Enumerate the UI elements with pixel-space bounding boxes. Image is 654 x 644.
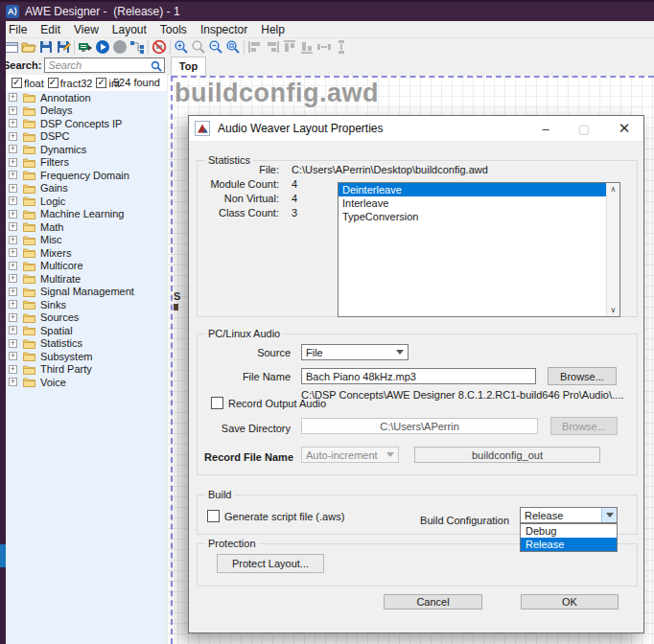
propagate-changes-icon[interactable] xyxy=(128,39,146,56)
chevron-down-icon[interactable] xyxy=(392,345,408,359)
expand-plus-icon[interactable]: + xyxy=(9,184,17,193)
run-audio-icon[interactable] xyxy=(94,39,111,56)
class-list-item[interactable]: Interleave xyxy=(339,196,619,210)
source-select[interactable]: File xyxy=(301,344,409,360)
dropdown-option[interactable]: Debug xyxy=(521,524,617,538)
zoom-100-icon[interactable] xyxy=(190,39,207,56)
tree-item[interactable]: + Delays xyxy=(6,104,167,118)
tree-item[interactable]: + Statistics xyxy=(6,337,167,351)
expand-plus-icon[interactable]: + xyxy=(9,352,17,360)
scroll-down-icon[interactable]: ∨ xyxy=(607,306,619,314)
tree-item[interactable]: + Sources xyxy=(6,311,167,325)
tree-item[interactable]: + Spatial xyxy=(6,324,167,337)
dropdown-option[interactable]: Release xyxy=(521,538,617,551)
menu-item[interactable]: File xyxy=(2,23,34,36)
tree-item[interactable]: + DSP Concepts IP xyxy=(6,117,167,130)
disconnect-icon[interactable] xyxy=(151,39,168,56)
expand-plus-icon[interactable]: + xyxy=(9,248,17,257)
scroll-up-icon[interactable]: ∧ xyxy=(607,185,619,194)
tree-item[interactable]: + Machine Learning xyxy=(6,208,167,221)
expand-plus-icon[interactable]: + xyxy=(9,274,17,283)
search-input-wrap xyxy=(44,58,165,73)
expand-plus-icon[interactable]: + xyxy=(9,171,17,179)
file-name-input[interactable]: Bach Piano 48kHz.mp3 xyxy=(301,368,536,384)
expand-plus-icon[interactable]: + xyxy=(9,300,17,309)
search-icon[interactable] xyxy=(151,60,162,72)
open-file-icon[interactable] xyxy=(20,39,37,56)
ok-button[interactable]: OK xyxy=(521,594,619,610)
tree-item[interactable]: + Sinks xyxy=(6,298,167,311)
record-audio-icon[interactable] xyxy=(111,39,128,56)
expand-plus-icon[interactable]: + xyxy=(9,326,17,334)
tab-top[interactable]: Top xyxy=(171,57,206,75)
tree-item[interactable]: + Subsystem xyxy=(6,350,167,363)
filter-checkbox[interactable] xyxy=(12,78,22,88)
expand-plus-icon[interactable]: + xyxy=(9,378,17,386)
expand-plus-icon[interactable]: + xyxy=(9,119,17,127)
expand-plus-icon[interactable]: + xyxy=(9,339,17,348)
align-right-icon xyxy=(264,39,281,56)
cancel-button[interactable]: Cancel xyxy=(384,594,482,610)
expand-plus-icon[interactable]: + xyxy=(9,236,17,244)
filter-checkbox[interactable] xyxy=(48,78,58,88)
zoom-fit-icon[interactable] xyxy=(224,39,242,56)
build-configuration-label: Build Configuration xyxy=(413,515,509,526)
selection-marquee-top xyxy=(172,76,654,78)
toolbar-separator xyxy=(244,40,245,55)
tree-item[interactable]: + Gains xyxy=(6,182,167,196)
expand-plus-icon[interactable]: + xyxy=(9,106,17,115)
menu-item[interactable]: Edit xyxy=(34,23,67,36)
class-list-scrollbar[interactable]: ∧∨ xyxy=(606,183,619,316)
tree-item[interactable]: + Mixers xyxy=(6,246,167,260)
dialog-close-button[interactable]: ✕ xyxy=(609,116,640,141)
menu-item[interactable]: Layout xyxy=(105,23,153,36)
expand-plus-icon[interactable]: + xyxy=(9,262,17,270)
expand-plus-icon[interactable]: + xyxy=(9,93,17,102)
expand-plus-icon[interactable]: + xyxy=(9,145,17,153)
dialog-titlebar[interactable]: Audio Weaver Layout Properties – ▢ ✕ xyxy=(189,116,643,141)
menu-item[interactable]: Help xyxy=(254,23,292,36)
save-file-icon[interactable] xyxy=(37,39,55,56)
tree-item[interactable]: + Frequency Domain xyxy=(6,169,167,182)
record-output-label: Record Output Audio xyxy=(228,398,326,409)
generate-script-checkbox[interactable] xyxy=(207,510,220,522)
zoom-out-icon[interactable] xyxy=(207,39,224,56)
search-input[interactable] xyxy=(45,58,164,72)
build-configuration-select[interactable]: Release xyxy=(520,507,618,523)
tree-item[interactable]: + Annotation xyxy=(6,91,167,104)
tree-item[interactable]: + Dynamics xyxy=(6,143,167,156)
tree-item[interactable]: + Multicore xyxy=(6,260,167,273)
expand-plus-icon[interactable]: + xyxy=(9,288,17,296)
menu-item[interactable]: Inspector xyxy=(194,23,254,36)
protect-layout-button[interactable]: Protect Layout... xyxy=(217,554,324,573)
zoom-in-icon[interactable] xyxy=(173,39,190,56)
expand-plus-icon[interactable]: + xyxy=(9,196,17,205)
tree-item[interactable]: + Multirate xyxy=(6,272,167,286)
expand-plus-icon[interactable]: + xyxy=(9,158,17,167)
tree-item[interactable]: + DSPC xyxy=(6,130,167,144)
menu-item[interactable]: Tools xyxy=(153,23,194,36)
connect-server-icon[interactable] xyxy=(77,39,94,56)
expand-plus-icon[interactable]: + xyxy=(9,222,17,231)
filter-checkbox[interactable] xyxy=(96,78,106,88)
tree-item[interactable]: + Logic xyxy=(6,195,167,208)
expand-plus-icon[interactable]: + xyxy=(9,313,17,322)
tree-item[interactable]: + Math xyxy=(6,220,167,234)
expand-plus-icon[interactable]: + xyxy=(9,365,17,374)
class-list[interactable]: DeinterleaveInterleaveTypeConversion ∧∨ xyxy=(338,182,620,317)
class-list-item[interactable]: Deinterleave xyxy=(339,183,619,196)
chevron-down-icon[interactable] xyxy=(601,508,617,522)
tree-item[interactable]: + Signal Management xyxy=(6,286,167,299)
expand-plus-icon[interactable]: + xyxy=(9,132,17,141)
menu-item[interactable]: View xyxy=(67,23,105,36)
class-list-item[interactable]: TypeConversion xyxy=(339,210,619,223)
record-output-checkbox[interactable] xyxy=(211,397,223,409)
expand-plus-icon[interactable]: + xyxy=(9,210,17,218)
save-file-as-icon[interactable] xyxy=(55,39,72,56)
tree-item[interactable]: + Third Party xyxy=(6,363,167,377)
tree-item[interactable]: + Filters xyxy=(6,156,167,170)
tree-item[interactable]: + Misc xyxy=(6,234,167,247)
dialog-minimize-button[interactable]: – xyxy=(530,116,561,141)
file-browse-button[interactable]: Browse... xyxy=(548,367,617,385)
tree-item[interactable]: + Voice xyxy=(6,376,167,389)
